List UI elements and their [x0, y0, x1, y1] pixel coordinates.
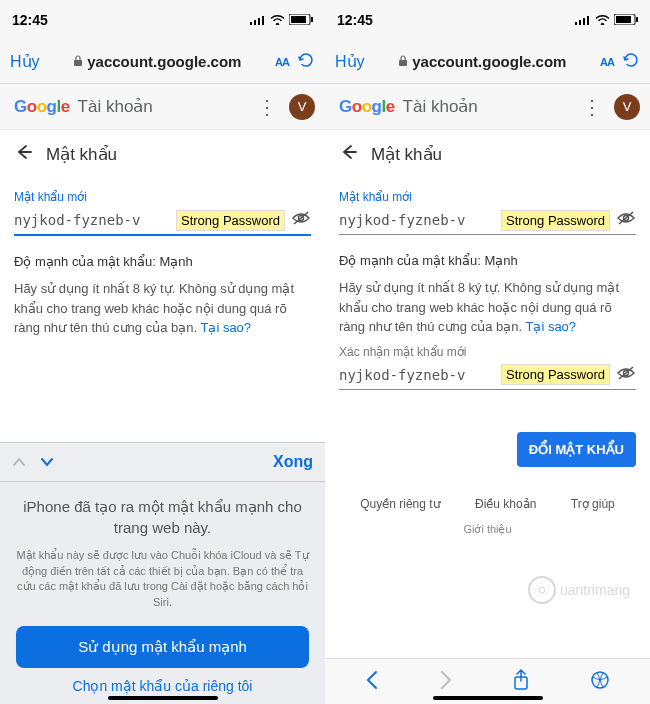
new-password-field[interactable]: nyjkod-fyzneb-v Strong Password	[14, 208, 311, 236]
phone-right: 12:45 Hủy yaccount.google.com AA Google …	[325, 0, 650, 704]
strong-password-panel: iPhone đã tạo ra một mật khẩu mạnh cho t…	[0, 482, 325, 704]
battery-icon	[289, 12, 313, 28]
nav-back-icon[interactable]	[365, 670, 379, 694]
google-logo: Google	[14, 97, 70, 117]
svg-rect-3	[262, 16, 264, 25]
more-icon[interactable]: ⋮	[582, 95, 602, 119]
svg-rect-2	[258, 18, 260, 25]
refresh-icon[interactable]	[297, 51, 315, 73]
visibility-toggle-icon[interactable]	[616, 365, 636, 385]
safari-toolbar: Hủy yaccount.google.com AA	[0, 40, 325, 84]
wifi-icon	[270, 12, 285, 28]
keyboard-accessory: Xong	[0, 442, 325, 482]
new-password-label: Mật khẩu mới	[14, 190, 311, 204]
refresh-icon[interactable]	[622, 51, 640, 73]
strong-password-badge: Strong Password	[501, 210, 610, 231]
new-password-label: Mật khẩu mới	[339, 190, 636, 204]
status-indicators	[575, 12, 638, 28]
status-time: 12:45	[12, 12, 48, 28]
battery-icon	[614, 12, 638, 28]
address-bar[interactable]: yaccount.google.com	[373, 53, 593, 70]
svg-rect-16	[636, 17, 638, 22]
choose-own-password-link[interactable]: Chọn mật khẩu của riêng tôi	[16, 678, 309, 694]
why-link[interactable]: Tại sao?	[200, 320, 251, 335]
status-time: 12:45	[337, 12, 373, 28]
page-title: Mật khẩu	[371, 144, 442, 165]
svg-rect-0	[250, 22, 252, 25]
signal-icon	[250, 12, 266, 28]
back-icon[interactable]	[14, 143, 32, 165]
page-content: Mật khẩu mới nyjkod-fyzneb-v Strong Pass…	[325, 178, 650, 658]
avatar[interactable]: V	[614, 94, 640, 120]
tabs-icon[interactable]	[590, 670, 610, 694]
terms-link[interactable]: Điều khoản	[475, 497, 536, 511]
confirm-password-field[interactable]: nyjkod-fyzneb-v Strong Password	[339, 363, 636, 390]
avatar[interactable]: V	[289, 94, 315, 120]
url-text: yaccount.google.com	[412, 53, 566, 70]
page-content: Mật khẩu mới nyjkod-fyzneb-v Strong Pass…	[0, 178, 325, 442]
page-title: Mật khẩu	[46, 144, 117, 165]
nav-forward-icon	[439, 670, 453, 694]
visibility-toggle-icon[interactable]	[616, 210, 636, 230]
cancel-button[interactable]: Hủy	[10, 52, 40, 71]
svg-rect-5	[291, 16, 306, 23]
share-icon[interactable]	[512, 669, 530, 695]
url-text: yaccount.google.com	[87, 53, 241, 70]
svg-rect-6	[311, 17, 313, 22]
text-size-button[interactable]: AA	[600, 56, 614, 68]
phone-left: 12:45 Hủy yaccount.google.com AA Google …	[0, 0, 325, 704]
signal-icon	[575, 12, 591, 28]
svg-rect-13	[587, 16, 589, 25]
why-link[interactable]: Tại sao?	[525, 319, 576, 334]
wifi-icon	[595, 12, 610, 28]
hint-text: Hãy sử dụng ít nhất 8 ký tự. Không sử dụ…	[339, 278, 636, 337]
status-bar: 12:45	[325, 0, 650, 40]
footer-links: Quyền riêng tư Điều khoản Trợ giúp	[339, 467, 636, 519]
svg-rect-17	[399, 60, 407, 66]
page-sub-header: Mật khẩu	[325, 130, 650, 178]
confirm-password-label: Xác nhận mật khẩu mới	[339, 345, 636, 359]
svg-rect-10	[575, 22, 577, 25]
new-password-field[interactable]: nyjkod-fyzneb-v Strong Password	[339, 208, 636, 235]
address-bar[interactable]: yaccount.google.com	[48, 53, 268, 70]
page-sub-header: Mật khẩu	[0, 130, 325, 178]
change-password-button[interactable]: ĐỔI MẬT KHẨU	[517, 432, 636, 467]
home-indicator	[108, 696, 218, 700]
status-bar: 12:45	[0, 0, 325, 40]
back-icon[interactable]	[339, 143, 357, 165]
svg-rect-15	[616, 16, 631, 23]
lock-icon	[73, 53, 83, 70]
google-header: Google Tài khoản ⋮ V	[0, 84, 325, 130]
strong-password-badge: Strong Password	[176, 210, 285, 231]
password-value: nyjkod-fyzneb-v	[339, 212, 465, 228]
google-logo: Google	[339, 97, 395, 117]
privacy-link[interactable]: Quyền riêng tư	[360, 497, 440, 511]
text-size-button[interactable]: AA	[275, 56, 289, 68]
svg-rect-1	[254, 20, 256, 25]
cancel-button[interactable]: Hủy	[335, 52, 365, 71]
safari-toolbar: Hủy yaccount.google.com AA	[325, 40, 650, 84]
strength-text: Độ mạnh của mật khẩu: Mạnh	[339, 253, 636, 268]
strong-password-badge: Strong Password	[501, 364, 610, 385]
more-icon[interactable]: ⋮	[257, 95, 277, 119]
done-button[interactable]: Xong	[273, 453, 313, 471]
svg-rect-7	[74, 60, 82, 66]
svg-rect-11	[579, 20, 581, 25]
hint-text: Hãy sử dụng ít nhất 8 ký tự. Không sử dụ…	[14, 279, 311, 338]
status-indicators	[250, 12, 313, 28]
about-link[interactable]: Giới thiệu	[339, 519, 636, 546]
lock-icon	[398, 53, 408, 70]
use-strong-password-button[interactable]: Sử dụng mật khẩu mạnh	[16, 626, 309, 668]
next-field-icon[interactable]	[40, 453, 54, 471]
prev-field-icon	[12, 453, 26, 471]
account-label: Tài khoản	[403, 96, 478, 117]
suggest-title: iPhone đã tạo ra một mật khẩu mạnh cho t…	[16, 496, 309, 538]
visibility-toggle-icon[interactable]	[291, 210, 311, 230]
home-indicator	[433, 696, 543, 700]
help-link[interactable]: Trợ giúp	[571, 497, 615, 511]
suggest-subtitle: Mật khẩu này sẽ được lưu vào Chuỗi khóa …	[16, 548, 309, 610]
password-value: nyjkod-fyzneb-v	[14, 212, 140, 228]
google-header: Google Tài khoản ⋮ V	[325, 84, 650, 130]
strength-text: Độ mạnh của mật khẩu: Mạnh	[14, 254, 311, 269]
account-label: Tài khoản	[78, 96, 153, 117]
